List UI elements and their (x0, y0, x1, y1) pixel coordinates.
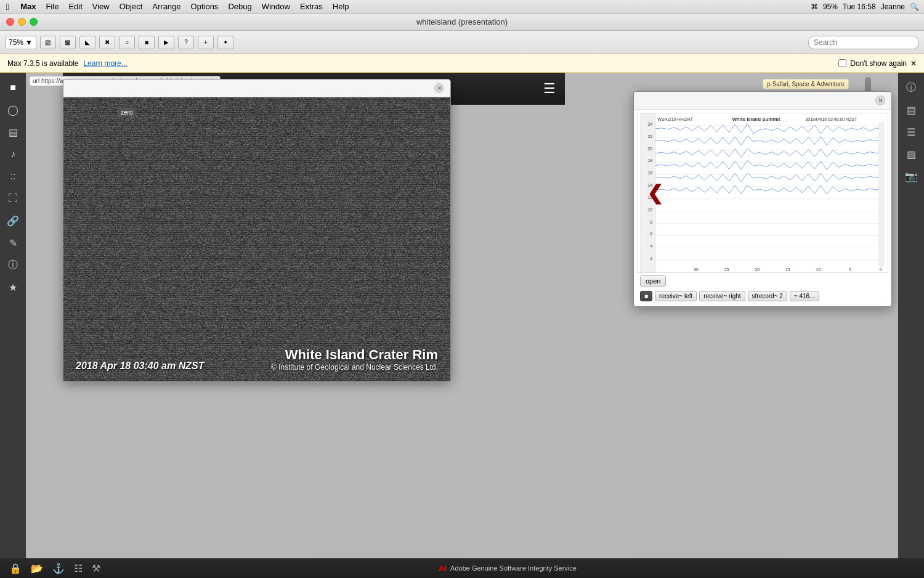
toolbar-btn-2[interactable]: ▩ (60, 36, 76, 49)
camera-copyright: © Institute of Geological and Nuclear Sc… (271, 363, 438, 372)
lock-icon[interactable]: 🔒 (9, 563, 22, 574)
learn-more-link[interactable]: Learn more... (83, 59, 127, 68)
open-button[interactable]: open (640, 275, 666, 287)
window-title: whiteisland (presentation) (416, 17, 508, 26)
zoom-value: 75% (9, 38, 23, 47)
menu-bar-right: ⌘ 95% Tue 16:58 Jeanne 🔍 (811, 2, 924, 11)
bottom-center: Ai Adobe Genuine Software Integrity Serv… (439, 564, 577, 573)
btn-416[interactable]: ~ 416... (790, 291, 819, 301)
right-icon-1[interactable]: ⓘ (902, 79, 920, 96)
toolbar-btn-8[interactable]: ? (178, 36, 194, 49)
toolbar-btn-9[interactable]: + (198, 36, 214, 49)
sidebar-icon-star[interactable]: ★ (4, 279, 22, 296)
dont-show-checkbox[interactable] (838, 59, 846, 67)
btn-receive-left[interactable]: receive~ left (655, 291, 697, 301)
svg-text:24: 24 (648, 122, 653, 126)
grid-icon[interactable]: ☷ (74, 563, 83, 574)
camera-title: White Island Crater Rim (271, 347, 438, 363)
menu-file[interactable]: File (46, 2, 59, 11)
right-icon-4[interactable]: ▨ (902, 145, 920, 163)
btn-square[interactable]: ■ (640, 291, 652, 301)
main-area: ■ ◯ ▤ ♪ :: ⛶ 🔗 ✎ ⓘ ★ GeoNet ☰ url https:… (0, 73, 924, 558)
sidebar-icon-image[interactable]: ⛶ (4, 190, 22, 207)
bookmark-icon[interactable]: ⚓ (52, 563, 65, 574)
close-button[interactable] (6, 18, 14, 26)
zoom-control[interactable]: 75% ▼ (5, 36, 36, 49)
canvas-area: GeoNet ☰ url https://www.geonet.org.nz/v… (26, 73, 898, 558)
apple-menu[interactable]:  (6, 2, 9, 12)
svg-text:8: 8 (650, 220, 653, 224)
right-sidebar: ⓘ ▤ ☰ ▨ 📷 (898, 73, 924, 558)
btn-sfrecord[interactable]: sfrecord~ 2 (748, 291, 787, 301)
toolbar-btn-5[interactable]: ○ (119, 36, 135, 49)
toolbar: 75% ▼ ▨ ▩ ◣ ✖ ○ ■ ▶ ? + ✦ (0, 31, 924, 54)
clock: Tue 16:58 (843, 2, 876, 11)
seismo-popup: ✕ ❮ 24 22 20 18 (633, 91, 892, 307)
maximize-button[interactable] (30, 18, 38, 26)
close-notification-icon[interactable]: ✕ (910, 59, 917, 68)
menu-edit[interactable]: Edit (68, 2, 82, 11)
notification-right: Don't show again ✕ (838, 59, 917, 68)
search-icon[interactable]: 🔍 (910, 2, 919, 11)
menu-object[interactable]: Object (120, 2, 143, 11)
menu-options[interactable]: Options (191, 2, 219, 11)
bottom-bar: 🔒 📂 ⚓ ☷ ⚒ Ai Adobe Genuine Software Inte… (0, 558, 924, 578)
svg-rect-37 (879, 123, 884, 266)
dont-show-label: Don't show again (850, 59, 907, 68)
menu-arrange[interactable]: Arrange (152, 2, 180, 11)
sidebar-icon-grid[interactable]: :: (4, 168, 22, 185)
menu-debug[interactable]: Debug (228, 2, 251, 11)
toolbar-btn-1[interactable]: ▨ (40, 36, 56, 49)
svg-text:15: 15 (785, 267, 790, 272)
menu-bar:  Max File Edit View Object Arrange Opti… (0, 0, 924, 14)
title-bar: whiteisland (presentation) (0, 14, 924, 31)
zero-badge: zero (118, 108, 136, 116)
toolbar-btn-4[interactable]: ✖ (99, 36, 115, 49)
svg-rect-0 (641, 113, 885, 272)
svg-text:20: 20 (755, 267, 760, 272)
tools-icon[interactable]: ⚒ (92, 563, 100, 574)
sidebar-icon-cube[interactable]: ■ (4, 79, 22, 96)
svg-text:25: 25 (724, 267, 729, 272)
sidebar-icon-edit[interactable]: ✎ (4, 234, 22, 251)
right-icon-5[interactable]: 📷 (902, 168, 920, 185)
camera-date: 2018 Apr 18 03:40 am NZST (76, 360, 204, 372)
wifi-icon: ⌘ (811, 2, 818, 11)
toolbar-btn-6[interactable]: ■ (139, 36, 155, 49)
menu-extras[interactable]: Extras (300, 2, 323, 11)
sidebar-icon-layers[interactable]: ▤ (4, 123, 22, 140)
menu-window[interactable]: Window (262, 2, 290, 11)
sidebar-icon-circle[interactable]: ◯ (4, 101, 22, 118)
sidebar-icon-music[interactable]: ♪ (4, 145, 22, 163)
zoom-dropdown-icon[interactable]: ▼ (25, 38, 33, 47)
adobe-text: Adobe Genuine Software Integrity Service (450, 564, 577, 572)
right-icon-3[interactable]: ☰ (902, 123, 920, 140)
toolbar-btn-7[interactable]: ▶ (158, 36, 174, 49)
seismo-popup-close[interactable]: ✕ (875, 96, 885, 105)
minimize-button[interactable] (18, 18, 26, 26)
menu-view[interactable]: View (92, 2, 110, 11)
toolbar-btn-10[interactable]: ✦ (217, 36, 233, 49)
sidebar-icon-link[interactable]: 🔗 (4, 212, 22, 229)
svg-text:22: 22 (648, 134, 653, 139)
svg-text:4: 4 (650, 244, 653, 248)
camera-image-area: 2018 Apr 18 03:40 am NZST White Island C… (63, 97, 450, 381)
seismo-image: ❮ 24 22 20 18 16 14 12 (637, 113, 888, 273)
search-input[interactable] (808, 36, 919, 49)
svg-text:30: 30 (694, 267, 699, 272)
files-icon[interactable]: 📂 (31, 563, 43, 574)
hamburger-menu[interactable]: ☰ (543, 81, 556, 97)
menu-help[interactable]: Help (333, 2, 349, 11)
btn-receive-right[interactable]: receive~ right (699, 291, 745, 301)
toolbar-btn-3[interactable]: ◣ (79, 36, 95, 49)
pres-tag: p Safari, Space & Adventure (763, 79, 849, 89)
camera-noise-image: 2018 Apr 18 03:40 am NZST White Island C… (63, 97, 450, 381)
bottom-buttons: ■ receive~ left receive~ right sfrecord~… (637, 289, 888, 303)
camera-popup-close[interactable]: ✕ (434, 83, 444, 93)
seismo-popup-header: ✕ (634, 92, 891, 110)
menu-max[interactable]: Max (20, 2, 36, 11)
svg-text:5: 5 (849, 267, 851, 272)
sidebar-icon-info[interactable]: ⓘ (4, 256, 22, 274)
chevron-left-icon[interactable]: ❮ (647, 181, 663, 205)
right-icon-2[interactable]: ▤ (902, 101, 920, 118)
